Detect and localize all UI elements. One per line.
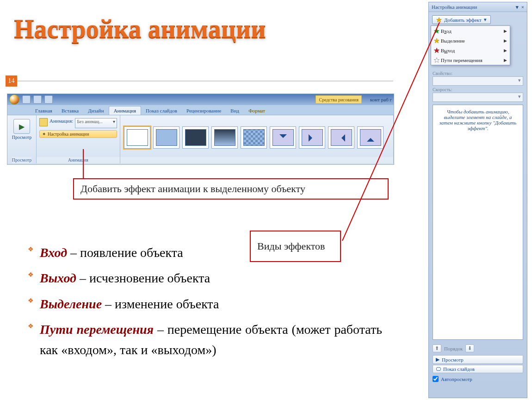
animate-icon xyxy=(39,118,48,126)
tab-home[interactable]: Главная xyxy=(31,106,57,115)
contextual-tab-label: Средства рисования xyxy=(315,95,362,104)
svg-marker-0 xyxy=(437,17,442,22)
property-dropdown[interactable] xyxy=(433,76,523,86)
desc-emphasis: – изменение объекта xyxy=(102,297,219,311)
property-label: Свойство: xyxy=(433,71,523,76)
tab-view[interactable]: Вид xyxy=(226,106,244,115)
star-path-icon xyxy=(434,57,439,63)
group-label-animation: Анимация xyxy=(37,157,120,163)
office-button[interactable] xyxy=(9,94,19,105)
ribbon-tabs: Главная Вставка Дизайн Анимация Показ сл… xyxy=(7,105,394,115)
transition-fade[interactable] xyxy=(153,126,179,149)
group-transitions xyxy=(120,115,394,163)
group-animation: Анимация: Без анимац... ✦ Настройка аним… xyxy=(37,115,120,163)
svg-marker-4 xyxy=(434,57,439,62)
title-bar: Средства рисования конт раб г xyxy=(7,94,394,105)
gear-star-icon: ✦ xyxy=(42,131,46,137)
speed-dropdown[interactable] xyxy=(433,93,523,102)
tab-design[interactable]: Дизайн xyxy=(83,106,108,115)
add-effect-label: Добавить эффект xyxy=(444,17,482,23)
term-exit: Выход xyxy=(40,271,76,285)
star-emphasis-icon xyxy=(434,38,439,44)
property-field: Свойство: xyxy=(433,71,523,86)
tab-insert[interactable]: Вставка xyxy=(57,106,83,115)
menu-entry[interactable]: Вход▶ xyxy=(431,26,510,36)
transition-wipe-right[interactable] xyxy=(299,126,325,149)
screen-icon: 🖵 xyxy=(436,366,441,372)
order-down-button[interactable]: ⬇ xyxy=(465,344,474,352)
star-entry-icon xyxy=(434,28,439,34)
custom-animation-button[interactable]: ✦ Настройка анимации xyxy=(39,130,117,138)
slide-title: Настройка анимации xyxy=(14,14,266,44)
term-emphasis: Выделение xyxy=(40,297,102,311)
transition-wipe-down[interactable] xyxy=(270,126,296,149)
svg-marker-1 xyxy=(434,28,439,33)
menu-emphasis[interactable]: Выделение▶ xyxy=(431,36,510,45)
transition-fade-black[interactable] xyxy=(182,126,209,149)
qat-save-icon[interactable] xyxy=(22,95,31,104)
effect-dropdown-menu: Вход▶ Выделение▶ Выход▶ Пути перемещения… xyxy=(431,25,510,65)
order-up-button[interactable]: ⬆ xyxy=(433,344,441,352)
tab-review[interactable]: Рецензирование xyxy=(182,106,226,115)
tab-slideshow[interactable]: Показ слайдов xyxy=(141,106,182,115)
document-title: конт раб г xyxy=(370,97,392,102)
task-pane: Настройка анимации ▾ × Добавить эффект ▾… xyxy=(428,2,527,398)
add-effect-button[interactable]: Добавить эффект ▾ xyxy=(432,15,491,24)
qat-redo-icon[interactable] xyxy=(44,95,53,104)
term-entry: Вход xyxy=(40,245,67,260)
group-preview: ▶ Просмотр Просмотр xyxy=(7,115,37,163)
list-item: Вход – появление объекта xyxy=(40,243,382,262)
qat-undo-icon[interactable] xyxy=(33,95,42,104)
preview-icon[interactable]: ▶ xyxy=(13,119,30,134)
svg-marker-3 xyxy=(434,48,439,53)
autopreview-checkbox[interactable] xyxy=(433,376,439,382)
play-button[interactable]: ▶ Просмотр xyxy=(433,355,523,364)
speed-label: Скорость: xyxy=(433,87,523,92)
chevron-down-icon: ▾ xyxy=(484,17,487,23)
group-label-transitions xyxy=(120,157,393,163)
pane-menu-icon[interactable]: ▾ xyxy=(516,4,519,10)
transition-wipe-left[interactable] xyxy=(328,126,354,149)
transition-dissolve[interactable] xyxy=(241,126,267,149)
animation-list-area: Чтобы добавить анимацию, выделите элемен… xyxy=(433,105,523,340)
autopreview-row[interactable]: Автопросмотр xyxy=(433,376,523,382)
transition-none[interactable] xyxy=(124,126,150,149)
slide-number: 14 xyxy=(6,75,17,87)
animate-dropdown[interactable]: Без анимац... xyxy=(75,118,117,128)
play-label: Просмотр xyxy=(442,357,464,362)
reorder-row: ⬆ Порядок ⬇ xyxy=(429,343,527,354)
term-path: Пути перемещения xyxy=(40,322,154,337)
tab-format[interactable]: Формат xyxy=(244,106,270,115)
close-icon[interactable]: × xyxy=(521,4,524,10)
svg-marker-2 xyxy=(434,38,439,43)
tab-animation[interactable]: Анимация xyxy=(109,106,141,115)
menu-path[interactable]: Пути перемещения▶ xyxy=(431,55,510,65)
slideshow-button[interactable]: 🖵 Показ слайдов xyxy=(433,365,523,373)
callout-add-effect: Добавить эффект анимации к выделенному о… xyxy=(73,178,389,200)
pane-header: Настройка анимации ▾ × xyxy=(429,2,527,12)
effect-list: Вход – появление объекта Выход – исчезно… xyxy=(21,243,382,365)
group-label-preview: Просмотр xyxy=(12,157,32,163)
transition-cut[interactable] xyxy=(211,126,238,149)
ribbon: Средства рисования конт раб г Главная Вс… xyxy=(7,94,394,165)
custom-animation-label: Настройка анимации xyxy=(48,131,89,137)
pane-title: Настройка анимации xyxy=(432,4,477,10)
animate-label: Анимация: xyxy=(49,118,73,128)
rule xyxy=(6,81,393,81)
list-item: Выделение – изменение объекта xyxy=(40,294,382,314)
list-item: Выход – исчезновение объекта xyxy=(40,268,382,288)
menu-exit[interactable]: Выход▶ xyxy=(431,45,510,55)
desc-entry: – появление объекта xyxy=(67,245,183,260)
transition-wipe-up[interactable] xyxy=(357,126,384,149)
preview-button-label[interactable]: Просмотр xyxy=(12,135,32,140)
order-label: Порядок xyxy=(444,346,463,351)
desc-exit: – исчезновение объекта xyxy=(76,271,210,285)
play-icon: ▶ xyxy=(436,356,439,362)
list-item: Пути перемещения – перемещение объекта (… xyxy=(40,319,382,360)
star-icon xyxy=(436,17,442,23)
speed-field: Скорость: xyxy=(433,87,523,102)
slideshow-label: Показ слайдов xyxy=(443,366,475,372)
star-exit-icon xyxy=(434,48,439,53)
autopreview-label: Автопросмотр xyxy=(441,376,472,382)
